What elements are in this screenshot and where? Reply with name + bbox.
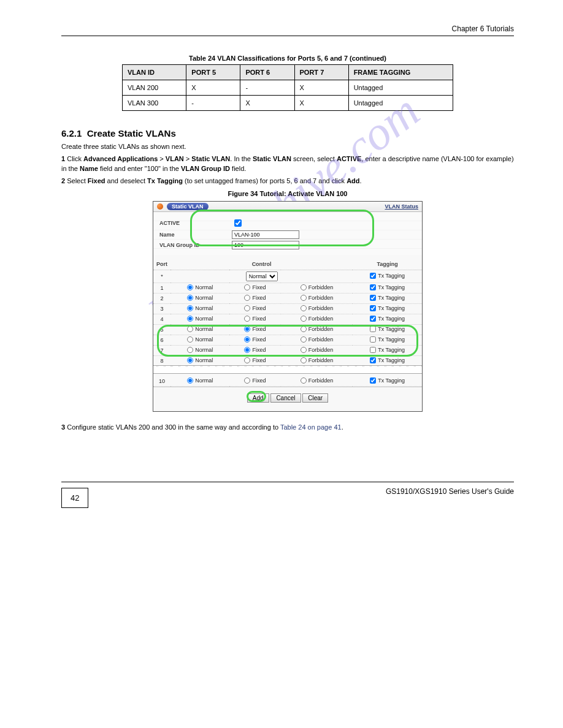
step-1: 1 Click Advanced Applications > VLAN > S…	[61, 154, 514, 174]
control-normal-radio[interactable]	[187, 357, 193, 363]
tx-tagging-checkbox[interactable]	[370, 284, 376, 290]
tx-tagging-checkbox[interactable]	[370, 326, 376, 332]
section-heading: 6.2.1 Create Static VLANs	[61, 128, 514, 138]
port-row: 5NormalFixedForbiddenTx Tagging	[153, 324, 422, 335]
cancel-button[interactable]: Cancel	[270, 393, 301, 403]
control-fixed-radio[interactable]	[244, 284, 250, 290]
th-tagging: FRAME TAGGING	[348, 65, 453, 80]
control-forbidden-radio[interactable]	[301, 336, 307, 343]
control-forbidden-radio[interactable]	[301, 284, 307, 290]
footer-guide: GS1910/XGS1910 Series User's Guide	[61, 487, 514, 496]
port-row: 2NormalFixedForbiddenTx Tagging	[153, 293, 422, 303]
tx-tagging-checkbox[interactable]	[370, 347, 376, 353]
tx-tagging-checkbox[interactable]	[370, 377, 376, 384]
table-caption: Table 24 VLAN Classifications for Ports …	[61, 55, 514, 62]
tx-tagging-checkbox[interactable]	[370, 357, 376, 363]
control-fixed-radio[interactable]	[244, 305, 250, 311]
th-tagging: Tagging	[353, 259, 422, 270]
control-forbidden-radio[interactable]	[301, 316, 307, 322]
control-forbidden-radio[interactable]	[301, 295, 307, 301]
control-fixed-radio[interactable]	[244, 326, 250, 332]
tx-tagging-checkbox[interactable]	[370, 295, 376, 301]
port-row: 1NormalFixedForbiddenTx Tagging	[153, 282, 422, 293]
add-button[interactable]: Add	[247, 393, 269, 403]
step-3: 3 Configure static VLANs 200 and 300 in …	[61, 423, 514, 433]
vlan-classification-table: VLAN ID PORT 5 PORT 6 PORT 7 FRAME TAGGI…	[122, 64, 453, 111]
label-name: Name	[159, 232, 227, 238]
clear-button[interactable]: Clear	[302, 393, 328, 403]
running-header: Chapter 6 Tutorials	[61, 25, 514, 33]
control-normal-radio[interactable]	[187, 347, 193, 353]
label-active: ACTIVE	[159, 220, 227, 226]
figure-caption: Figure 34 Tutorial: Activate VLAN 100	[61, 190, 514, 197]
page-number: 42	[61, 488, 88, 508]
panel-title: Static VLAN	[167, 203, 209, 210]
port-row: 10NormalFixedForbiddenTx Tagging	[153, 376, 422, 387]
control-fixed-radio[interactable]	[244, 316, 250, 322]
screenshot-static-vlan: Static VLAN VLAN Status ACTIVE Name VLAN…	[153, 201, 423, 412]
control-forbidden-radio[interactable]	[301, 357, 307, 363]
control-normal-radio[interactable]	[187, 305, 193, 311]
tx-tagging-checkbox[interactable]	[370, 305, 376, 311]
control-normal-radio[interactable]	[187, 284, 193, 290]
step-2: 2 Select Fixed and deselect Tx Tagging (…	[61, 176, 514, 186]
port-row: 4NormalFixedForbiddenTx Tagging	[153, 314, 422, 324]
section-intro: Create three static VLANs as shown next.	[61, 142, 514, 152]
th-port6: PORT 6	[240, 65, 294, 80]
control-forbidden-radio[interactable]	[301, 326, 307, 332]
control-forbidden-radio[interactable]	[301, 377, 307, 384]
vlan-status-link[interactable]: VLAN Status	[385, 203, 418, 210]
control-fixed-radio[interactable]	[244, 295, 250, 301]
tx-tagging-checkbox[interactable]	[370, 273, 376, 279]
table-row: VLAN 200 X - X Untagged	[123, 80, 453, 96]
th-port7: PORT 7	[294, 65, 348, 80]
control-normal-radio[interactable]	[187, 326, 193, 332]
port-row: *NormalTx Tagging	[153, 270, 422, 282]
panel-icon	[157, 203, 163, 210]
control-select[interactable]: Normal	[246, 271, 278, 281]
th-port5: PORT 5	[186, 65, 240, 80]
vlan-group-id-input[interactable]	[232, 241, 299, 249]
port-row: 6NormalFixedForbiddenTx Tagging	[153, 335, 422, 345]
control-forbidden-radio[interactable]	[301, 347, 307, 353]
port-config-table: Port Control Tagging *NormalTx Tagging1N…	[153, 259, 422, 366]
control-fixed-radio[interactable]	[244, 336, 250, 343]
tx-tagging-checkbox[interactable]	[370, 316, 376, 322]
control-forbidden-radio[interactable]	[301, 305, 307, 311]
name-input[interactable]	[232, 230, 299, 239]
control-normal-radio[interactable]	[187, 295, 193, 301]
th-vlanid: VLAN ID	[123, 65, 186, 80]
control-normal-radio[interactable]	[187, 336, 193, 343]
th-control: Control	[170, 259, 353, 270]
port-row: 7NormalFixedForbiddenTx Tagging	[153, 345, 422, 355]
control-fixed-radio[interactable]	[244, 357, 250, 363]
control-fixed-radio[interactable]	[244, 347, 250, 353]
tear-line	[153, 365, 422, 374]
control-normal-radio[interactable]	[187, 316, 193, 322]
tx-tagging-checkbox[interactable]	[370, 336, 376, 343]
active-checkbox[interactable]	[234, 219, 242, 227]
port-config-table-cont: 10NormalFixedForbiddenTx Tagging	[153, 376, 422, 387]
table-row: VLAN 300 - X X Untagged	[123, 96, 453, 111]
port-row: 3NormalFixedForbiddenTx Tagging	[153, 303, 422, 314]
control-normal-radio[interactable]	[187, 377, 193, 384]
port-row: 8NormalFixedForbiddenTx Tagging	[153, 355, 422, 366]
label-vlan-group-id: VLAN Group ID	[159, 242, 227, 248]
control-fixed-radio[interactable]	[244, 377, 250, 384]
th-port: Port	[153, 259, 170, 270]
